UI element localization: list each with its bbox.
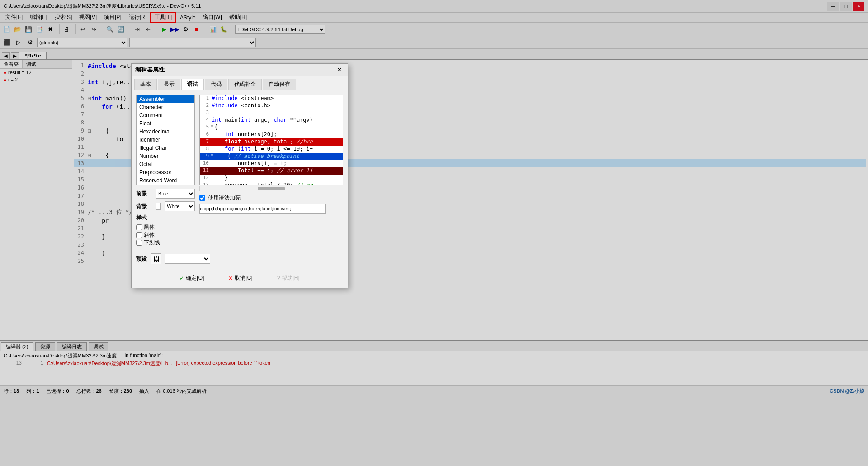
syntax-item-preprocessor[interactable]: Preprocessor <box>137 168 194 176</box>
syntax-extensions-input[interactable] <box>199 204 326 214</box>
preset-icon-button[interactable]: 🖼 <box>151 253 161 264</box>
syntax-item-float[interactable]: Float <box>137 119 194 128</box>
foreground-settings: 前景 Blue 背景 White 样式 <box>136 189 195 247</box>
style-row3: 下划线 <box>136 239 195 247</box>
preview-line-1: 1 #include <iostream> <box>200 95 343 102</box>
dlg-tab-display[interactable]: 显示 <box>158 79 180 90</box>
preview-line-10: 10 numbers[i] = i; <box>200 160 343 167</box>
dialog-title: 编辑器属性 <box>135 66 165 74</box>
syntax-item-reserved-word[interactable]: Reserved Word <box>137 176 194 185</box>
code-preview: 1 #include <iostream> 2 #include <conio.… <box>199 95 343 185</box>
syntax-item-identifier[interactable]: Identifier <box>137 136 194 144</box>
preview-line-5: 5 ⊟ { <box>200 124 343 131</box>
style-row2: 斜体 <box>136 231 195 239</box>
editor-properties-dialog: 编辑器属性 ✕ 基本 显示 语法 代码 代码补全 自动保存 Assembler … <box>131 63 348 288</box>
dialog-footer: ✓ 确定[O] ✕ 取消[C] ? 帮助[H] <box>132 268 348 288</box>
dialog-right: 1 #include <iostream> 2 #include <conio.… <box>199 95 343 247</box>
syntax-item-assembler[interactable]: Assembler <box>137 95 194 103</box>
dlg-tab-basic[interactable]: 基本 <box>134 79 157 90</box>
underline-checkbox[interactable] <box>136 240 142 246</box>
style-underline-check[interactable]: 下划线 <box>136 239 160 247</box>
style-bold-check[interactable]: 黑体 <box>136 223 155 231</box>
dialog-help-button[interactable]: ? 帮助[H] <box>268 272 309 284</box>
preview-scrollbar[interactable] <box>199 186 343 191</box>
cancel-label: 取消[C] <box>235 274 252 282</box>
dialog-titlebar: 编辑器属性 ✕ <box>132 64 348 76</box>
fg-row: 前景 Blue <box>136 189 195 199</box>
syntax-item-character[interactable]: Character <box>137 103 194 111</box>
preset-label: 预设 <box>136 255 147 263</box>
scrollbar-thumb <box>258 187 285 190</box>
style-row: 黑体 <box>136 223 195 231</box>
dlg-tab-code[interactable]: 代码 <box>205 79 227 90</box>
dialog-confirm-button[interactable]: ✓ 确定[O] <box>170 272 213 284</box>
italic-checkbox[interactable] <box>136 232 142 238</box>
syntax-item-number[interactable]: Number <box>137 152 194 160</box>
syntax-list[interactable]: Assembler Character Comment Float Hexade… <box>136 95 195 185</box>
bold-checkbox[interactable] <box>136 224 142 230</box>
fg-color-select[interactable]: Blue <box>156 189 195 199</box>
preview-line-8: 8 for (int i = 0; i <= 19; i+ <box>200 146 343 153</box>
dialog-tabs: 基本 显示 语法 代码 代码补全 自动保存 <box>132 76 348 90</box>
preset-row: 预设 🖼 <box>132 253 348 268</box>
dialog-cancel-button[interactable]: ✕ 取消[C] <box>219 272 262 284</box>
dialog-overlay: 编辑器属性 ✕ 基本 显示 语法 代码 代码补全 自动保存 Assembler … <box>0 0 868 466</box>
preview-line-3: 3 <box>200 109 343 117</box>
confirm-icon: ✓ <box>179 275 184 281</box>
help-icon: ? <box>277 275 280 281</box>
syntax-checkbox-row: 使用语法加亮 <box>199 194 343 202</box>
preset-select[interactable] <box>165 254 210 264</box>
style-label: 样式 <box>136 214 195 222</box>
preview-line-12: 12 } <box>200 175 343 182</box>
dlg-tab-complete[interactable]: 代码补全 <box>228 79 262 90</box>
dlg-tab-syntax[interactable]: 语法 <box>181 79 204 90</box>
syntax-highlight-label: 使用语法加亮 <box>208 194 241 202</box>
bg-color-select[interactable]: White <box>165 201 195 211</box>
cancel-icon: ✕ <box>228 275 233 281</box>
syntax-item-illegal-char[interactable]: Illegal Char <box>137 144 194 152</box>
fg-label: 前景 <box>136 190 152 198</box>
dialog-close-button[interactable]: ✕ <box>335 66 344 73</box>
preview-line-6: 6 int numbers[20]; <box>200 131 343 138</box>
preview-line-4: 4 int main(int argc, char **argv) <box>200 117 343 124</box>
dialog-body: Assembler Character Comment Float Hexade… <box>132 90 348 251</box>
bg-row: 背景 White <box>136 201 195 211</box>
style-italic-check[interactable]: 斜体 <box>136 231 155 239</box>
bg-swatch <box>156 203 161 210</box>
preview-line-7: 7 float average, total; //bre <box>200 138 343 146</box>
syntax-item-octal[interactable]: Octal <box>137 160 194 168</box>
syntax-highlight-checkbox[interactable] <box>199 195 205 201</box>
preview-line-13: 13 average = total / 20; // co <box>200 182 343 185</box>
bg-label: 背景 <box>136 203 152 210</box>
preview-line-2: 2 #include <conio.h> <box>200 102 343 109</box>
preview-line-9: 9 ⊟ { // active breakpoint <box>200 153 343 160</box>
preview-line-11: 11 Total += i; // error li <box>200 167 343 175</box>
syntax-item-hexadecimal[interactable]: Hexadecimal <box>137 128 194 136</box>
help-label: 帮助[H] <box>282 274 299 282</box>
confirm-label: 确定[O] <box>186 274 204 282</box>
dlg-tab-autosave[interactable]: 自动保存 <box>263 79 296 90</box>
dialog-left: Assembler Character Comment Float Hexade… <box>136 95 195 247</box>
syntax-item-comment[interactable]: Comment <box>137 111 194 119</box>
